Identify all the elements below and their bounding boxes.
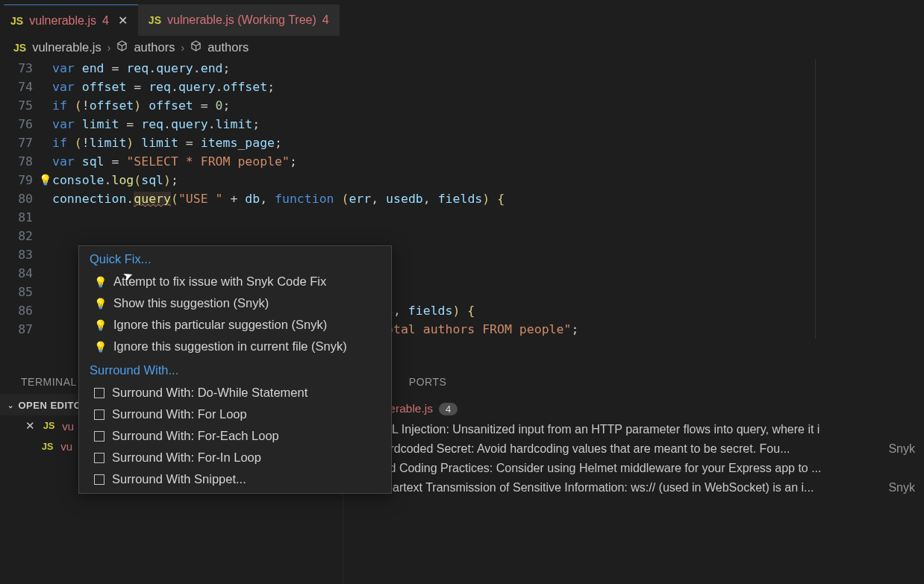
surround-label: Surround With: For-In Loop [112, 450, 261, 465]
line-number: 84 [0, 264, 33, 283]
line-number: 83 [0, 245, 33, 264]
code-line[interactable] [52, 208, 924, 227]
quickfix-ignore-file[interactable]: 💡 Ignore this suggestion in current file… [79, 336, 391, 357]
line-number: 82 [0, 227, 33, 245]
line-number: 74 [0, 78, 33, 96]
tab-ports[interactable]: PORTS [409, 376, 446, 392]
panel-right: EMS PORTS ⌄ JS lnerable.js 4 SQL Injecti… [343, 368, 924, 584]
tab-terminal[interactable]: TERMINAL [21, 376, 77, 388]
problem-text: Cleartext Transmission of Sensitive Info… [375, 481, 814, 494]
line-number: 85 [0, 283, 33, 301]
lightbulb-icon: 💡 [94, 298, 106, 310]
code-line[interactable]: var offset = req.query.offset; [52, 78, 924, 96]
quickfix-label: Ignore this suggestion in current file (… [113, 339, 347, 354]
js-icon: JS [13, 42, 26, 54]
open-editor-name: vu [62, 420, 74, 433]
line-number: 75 [0, 96, 33, 115]
breadcrumb-authors-2[interactable]: authors [207, 40, 249, 54]
close-icon[interactable]: ✕ [25, 419, 36, 433]
problem-source: Snyk [888, 442, 915, 456]
code-line[interactable]: var sql = "SELECT * FROM people"; [52, 152, 924, 171]
lightbulb-icon: 💡 [94, 276, 106, 288]
lightbulb-icon: 💡 [94, 319, 106, 331]
line-number: 79 [0, 171, 33, 189]
snippet-icon [94, 388, 104, 398]
tab-vulnerable-active[interactable]: JS vulnerable.js 4 ✕ [0, 4, 138, 36]
breadcrumb-file[interactable]: vulnerable.js [32, 40, 102, 54]
code-line[interactable]: var end = req.query.end; [52, 59, 924, 78]
snippet-icon [94, 431, 104, 442]
problems-file-row[interactable]: ⌄ JS lnerable.js 4 [343, 398, 924, 420]
lightbulb-icon: 💡 [94, 341, 106, 353]
snippet-icon [94, 453, 104, 463]
surround-do-while[interactable]: Surround With: Do-While Statement [79, 382, 391, 404]
problem-item[interactable]: Hardcoded Secret: Avoid hardcoding value… [343, 439, 924, 459]
chevron-down-icon: ⌄ [7, 401, 14, 409]
code-line[interactable]: 💡console.log(sql); [52, 171, 924, 189]
problem-text: Bad Coding Practices: Consider using Hel… [375, 462, 822, 475]
problems-count-badge: 4 [439, 403, 458, 415]
tab-badge: 4 [322, 13, 329, 27]
problem-item[interactable]: Bad Coding Practices: Consider using Hel… [343, 459, 924, 478]
problem-text: Hardcoded Secret: Avoid hardcoding value… [375, 442, 790, 456]
surround-foreach[interactable]: Surround With: For-Each Loop [79, 425, 391, 447]
tab-badge: 4 [102, 14, 109, 28]
surround-label: Surround With Snippet... [112, 472, 246, 486]
quickfix-label: Ignore this particular suggestion (Snyk) [113, 318, 327, 332]
problem-item[interactable]: SQL Injection: Unsanitized input from an… [343, 420, 924, 439]
js-icon: JS [43, 421, 54, 431]
quickfix-ignore-suggestion[interactable]: 💡 Ignore this particular suggestion (Sny… [79, 314, 391, 336]
lightbulb-icon[interactable]: 💡 [39, 171, 51, 189]
breadcrumb: JS vulnerable.js › authors › authors [0, 36, 924, 59]
problem-source: Snyk [888, 481, 915, 494]
surround-label: Surround With: For-Each Loop [112, 429, 279, 443]
cube-icon [116, 40, 128, 54]
js-icon: JS [42, 442, 53, 452]
line-number: 81 [0, 208, 33, 227]
tab-filename: vulnerable.js (Working Tree) [167, 13, 316, 27]
tab-vulnerable-working-tree[interactable]: JS vulnerable.js (Working Tree) 4 [138, 4, 340, 36]
line-number: 73 [0, 59, 33, 78]
tab-bar: JS vulnerable.js 4 ✕ JS vulnerable.js (W… [0, 0, 924, 36]
js-icon: JS [10, 15, 23, 27]
surround-snippet[interactable]: Surround With Snippet... [79, 468, 391, 490]
quickfix-header: Quick Fix... [79, 246, 391, 271]
chevron-icon: › [181, 42, 184, 54]
problem-text: SQL Injection: Unsanitized input from an… [375, 423, 820, 436]
panel-tabs-right: EMS PORTS [343, 368, 924, 398]
tab-filename: vulnerable.js [29, 14, 96, 28]
quickfix-show-suggestion[interactable]: 💡 Show this suggestion (Snyk) [79, 292, 391, 314]
js-icon: JS [149, 14, 161, 26]
surround-forin[interactable]: Surround With: For-In Loop [79, 447, 391, 468]
code-line[interactable]: if (!offset) offset = 0; [52, 96, 924, 115]
line-number: 78 [0, 152, 33, 171]
gutter: 737475767778798081828384858687 [0, 59, 52, 339]
close-icon[interactable]: ✕ [115, 13, 128, 28]
line-number: 77 [0, 134, 33, 152]
code-line[interactable] [52, 227, 924, 245]
snippet-icon [94, 409, 104, 420]
line-number: 87 [0, 320, 33, 339]
surround-label: Surround With: Do-While Statement [112, 386, 308, 400]
breadcrumb-authors[interactable]: authors [134, 40, 175, 54]
quickfix-label: Show this suggestion (Snyk) [113, 296, 269, 310]
surround-for[interactable]: Surround With: For Loop [79, 404, 391, 425]
chevron-icon: › [107, 42, 111, 54]
snippet-icon [94, 474, 104, 485]
open-editor-name: vu [60, 440, 72, 453]
line-number: 76 [0, 115, 33, 134]
problem-item[interactable]: Cleartext Transmission of Sensitive Info… [343, 478, 924, 497]
surround-header: Surround With... [79, 357, 391, 382]
code-line[interactable]: if (!limit) limit = items_page; [52, 134, 924, 152]
quickfix-label: Attempt to fix issue with Snyk Code Fix [113, 274, 326, 289]
line-number: 86 [0, 301, 33, 320]
cube-icon [190, 40, 202, 54]
line-number: 80 [0, 189, 33, 208]
code-line[interactable]: var limit = req.query.limit; [52, 115, 924, 134]
code-line[interactable]: connection.query("USE " + db, function (… [52, 189, 924, 208]
surround-label: Surround With: For Loop [112, 407, 247, 421]
